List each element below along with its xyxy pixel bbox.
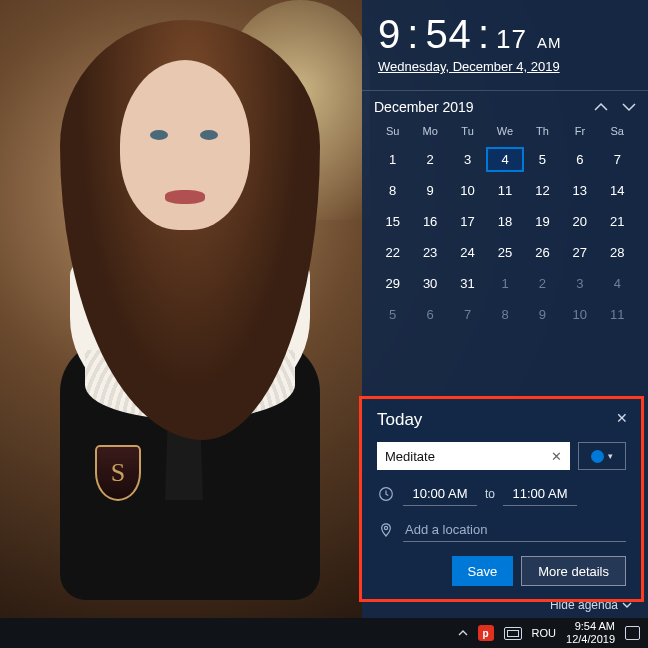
calendar-day[interactable]: 11 xyxy=(486,178,523,203)
clock-seconds: 17 xyxy=(496,24,527,55)
calendar-day[interactable]: 3 xyxy=(449,147,486,172)
clear-input-icon[interactable]: ✕ xyxy=(551,449,562,464)
calendar-day[interactable]: 1 xyxy=(374,147,411,172)
color-dot-icon xyxy=(591,450,604,463)
calendar-day[interactable]: 31 xyxy=(449,271,486,296)
chevron-down-icon xyxy=(622,601,632,609)
calendar-day[interactable]: 1 xyxy=(486,271,523,296)
event-name-input[interactable]: Meditate ✕ xyxy=(377,442,570,470)
calendar-day[interactable]: 9 xyxy=(411,178,448,203)
quick-event-heading: Today xyxy=(377,410,626,430)
calendar-day[interactable]: 18 xyxy=(486,209,523,234)
calendar-day[interactable]: 17 xyxy=(449,209,486,234)
calendar-day[interactable]: 10 xyxy=(449,178,486,203)
taskbar: p ROU 9:54 AM 12/4/2019 xyxy=(0,618,648,648)
calendar-day[interactable]: 23 xyxy=(411,240,448,265)
clock-date-link[interactable]: Wednesday, December 4, 2019 xyxy=(378,59,632,74)
calendar-day[interactable]: 29 xyxy=(374,271,411,296)
action-center-icon[interactable] xyxy=(625,626,640,640)
calendar-day[interactable]: 5 xyxy=(374,302,411,327)
calendar-day[interactable]: 26 xyxy=(524,240,561,265)
calendar-next-icon[interactable] xyxy=(622,102,636,112)
calendar-day[interactable]: 22 xyxy=(374,240,411,265)
calendar-dow: We xyxy=(486,121,523,141)
calendar-day[interactable]: 15 xyxy=(374,209,411,234)
calendar-day[interactable]: 2 xyxy=(524,271,561,296)
calendar-day[interactable]: 14 xyxy=(599,178,636,203)
system-tray: p ROU 9:54 AM 12/4/2019 xyxy=(458,618,648,648)
clock-hours: 9 xyxy=(378,12,401,57)
calendar-day[interactable]: 10 xyxy=(561,302,598,327)
calendar-day[interactable]: 3 xyxy=(561,271,598,296)
end-time-input[interactable]: 11:00 AM xyxy=(503,482,577,506)
save-button[interactable]: Save xyxy=(452,556,514,586)
input-language-indicator[interactable]: ROU xyxy=(532,627,556,639)
calendar-dow: Tu xyxy=(449,121,486,141)
calendar-day[interactable]: 25 xyxy=(486,240,523,265)
annotation-highlight: Today ✕ Meditate ✕ ▾ 10:00 AM to 11:00 A… xyxy=(359,396,644,602)
more-details-button[interactable]: More details xyxy=(521,556,626,586)
calendar-day[interactable]: 7 xyxy=(599,147,636,172)
chevron-down-icon: ▾ xyxy=(608,451,613,461)
location-input[interactable]: Add a location xyxy=(403,518,626,542)
svg-point-1 xyxy=(384,526,387,529)
calendar-day[interactable]: 19 xyxy=(524,209,561,234)
clock-ampm: AM xyxy=(537,34,562,51)
tray-overflow-icon[interactable] xyxy=(458,629,468,637)
taskbar-time: 9:54 AM xyxy=(575,620,615,633)
quick-event-panel: Today ✕ Meditate ✕ ▾ 10:00 AM to 11:00 A… xyxy=(363,400,640,598)
calendar-color-picker[interactable]: ▾ xyxy=(578,442,626,470)
calendar-day[interactable]: 4 xyxy=(599,271,636,296)
calendar-day[interactable]: 28 xyxy=(599,240,636,265)
calendar-dow: Th xyxy=(524,121,561,141)
calendar-day[interactable]: 8 xyxy=(374,178,411,203)
calendar-dow: Su xyxy=(374,121,411,141)
calendar-day[interactable]: 20 xyxy=(561,209,598,234)
touch-keyboard-icon[interactable] xyxy=(504,627,522,640)
calendar-day[interactable]: 6 xyxy=(411,302,448,327)
calendar-day[interactable]: 9 xyxy=(524,302,561,327)
calendar-day[interactable]: 21 xyxy=(599,209,636,234)
calendar-day[interactable]: 12 xyxy=(524,178,561,203)
calendar-day[interactable]: 8 xyxy=(486,302,523,327)
calendar-day[interactable]: 27 xyxy=(561,240,598,265)
clock-icon xyxy=(377,486,395,502)
calendar-dow: Mo xyxy=(411,121,448,141)
calendar-day[interactable]: 16 xyxy=(411,209,448,234)
taskbar-clock[interactable]: 9:54 AM 12/4/2019 xyxy=(566,620,615,645)
calendar-month-label[interactable]: December 2019 xyxy=(374,99,474,115)
calendar-dow: Sa xyxy=(599,121,636,141)
calendar-day[interactable]: 13 xyxy=(561,178,598,203)
calendar-day[interactable]: 24 xyxy=(449,240,486,265)
start-time-input[interactable]: 10:00 AM xyxy=(403,482,477,506)
calendar-prev-icon[interactable] xyxy=(594,102,608,112)
taskbar-date: 12/4/2019 xyxy=(566,633,615,646)
tray-app-icon[interactable]: p xyxy=(478,625,494,641)
event-name-value: Meditate xyxy=(385,449,435,464)
calendar-day[interactable]: 7 xyxy=(449,302,486,327)
calendar-day[interactable]: 6 xyxy=(561,147,598,172)
calendar-dow: Fr xyxy=(561,121,598,141)
calendar-day-today[interactable]: 4 xyxy=(486,147,523,172)
time-to-label: to xyxy=(485,487,495,501)
clock-minutes: 54 xyxy=(425,12,472,57)
calendar-day[interactable]: 11 xyxy=(599,302,636,327)
location-icon xyxy=(377,522,395,538)
close-icon[interactable]: ✕ xyxy=(616,410,628,426)
clock-time: 9:54:17 AM xyxy=(378,12,632,57)
calendar-day[interactable]: 5 xyxy=(524,147,561,172)
calendar-day[interactable]: 2 xyxy=(411,147,448,172)
calendar-day[interactable]: 30 xyxy=(411,271,448,296)
calendar: December 2019 SuMoTuWeThFrSa123456789101… xyxy=(362,91,648,331)
